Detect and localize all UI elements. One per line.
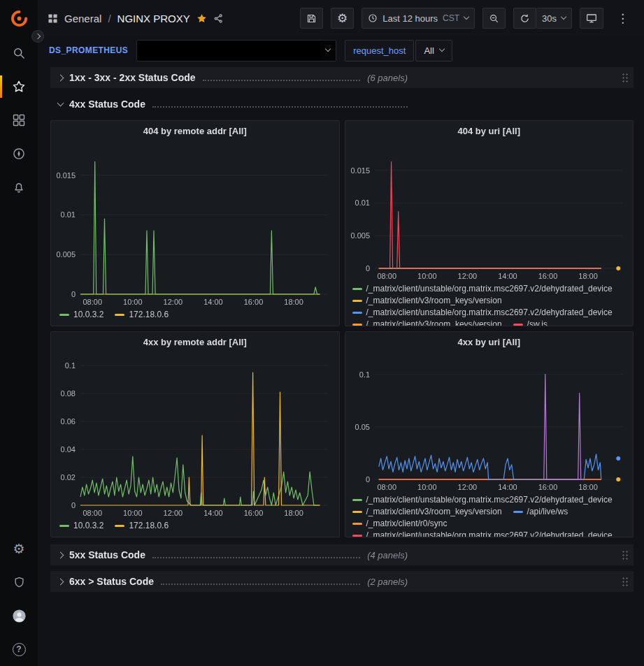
chevron-down-icon (464, 14, 469, 20)
sidebar-item-help[interactable]: ? (0, 632, 38, 666)
legend-item[interactable]: 10.0.3.2 (59, 521, 103, 531)
svg-text:16:00: 16:00 (244, 298, 264, 306)
dotted-leader (152, 106, 408, 108)
legend-item[interactable]: /_matrix/client/v3/room_keys/version (352, 507, 502, 517)
legend-item[interactable]: /_matrix/client/unstable/org.matrix.msc2… (352, 530, 613, 537)
legend-label: /api/live/ws (527, 507, 568, 517)
gear-icon: ⚙ (13, 542, 24, 556)
panels-grid: 404 by remote addr [All] 00.0050.010.015… (50, 120, 634, 537)
panel-title[interactable]: 4xx by remote addr [All] (51, 332, 339, 352)
dashboard-canvas: 1xx - 3xx - 2xx Status Code (6 panels) 4… (38, 64, 644, 666)
legend-color-swatch (115, 314, 124, 316)
panel-title[interactable]: 404 by remote addr [All] (51, 121, 339, 140)
grafana-logo[interactable] (0, 0, 38, 36)
row-title[interactable]: 6xx > Status Code (69, 576, 154, 587)
row-drag-handle[interactable] (622, 73, 628, 82)
legend-item[interactable]: /_matrix/client/unstable/org.matrix.msc2… (352, 495, 613, 505)
svg-text:10:00: 10:00 (417, 483, 437, 491)
legend-label: /_matrix/client/unstable/org.matrix.msc2… (366, 307, 613, 318)
time-range-picker[interactable]: Last 12 hours CST (362, 8, 475, 29)
timezone-label: CST (443, 13, 459, 23)
zoom-out-icon (489, 13, 499, 24)
panel-legend: 10.0.3.2 172.18.0.6 (51, 519, 339, 537)
legend-color-swatch (352, 535, 362, 537)
datasource-variable-label[interactable]: DS_PROMETHEUS (49, 45, 128, 55)
legend-item[interactable]: 10.0.3.2 (59, 310, 103, 320)
kebab-icon: ⋮ (617, 13, 629, 24)
share-icon[interactable] (213, 13, 224, 24)
row-title[interactable]: 5xx Status Code (69, 549, 145, 560)
svg-text:14:00: 14:00 (203, 298, 223, 306)
row-5xx[interactable]: 5xx Status Code (4 panels) (50, 544, 634, 565)
row-drag-handle[interactable] (622, 550, 628, 560)
dotted-leader (161, 584, 360, 585)
legend-item[interactable]: /_matrix/client/v3/room_keys/version (352, 319, 502, 326)
sidebar-item-starred[interactable] (0, 70, 38, 103)
svg-text:14:00: 14:00 (498, 272, 517, 280)
zoom-out-button[interactable] (482, 8, 506, 29)
sidebar-item-dashboards[interactable] (0, 103, 38, 137)
row-6xx[interactable]: 6xx > Status Code (2 panels) (50, 571, 634, 592)
legend-item[interactable]: /sw.js (513, 319, 548, 326)
legend-item[interactable]: 172.18.0.6 (115, 310, 169, 320)
row-1xx-3xx-2xx[interactable]: 1xx - 3xx - 2xx Status Code (6 panels) (50, 67, 634, 88)
toolbar-actions: ⚙ Last 12 hours CST 30s (300, 8, 634, 29)
chevron-right-icon (35, 34, 41, 39)
time-series-chart[interactable]: 00.0050.010.01508:0010:0012:0014:0016:00… (345, 140, 634, 282)
datasource-select[interactable] (136, 40, 336, 61)
sidebar-item-server-admin[interactable] (0, 565, 38, 599)
refresh-interval-dropdown[interactable]: 30s (536, 8, 572, 29)
legend-item[interactable]: /_matrix/client/unstable/org.matrix.msc2… (352, 284, 613, 294)
legend-label: /_matrix/client/unstable/org.matrix.msc2… (366, 495, 613, 505)
svg-text:0.08: 0.08 (61, 389, 76, 398)
tv-mode-button[interactable] (580, 8, 603, 29)
legend-color-swatch (59, 314, 69, 316)
sidebar-item-search[interactable] (0, 36, 38, 70)
time-series-chart[interactable]: 00.020.040.060.080.108:0010:0012:0014:00… (51, 352, 339, 519)
legend-item[interactable]: /api/live/ws (513, 507, 568, 517)
chevron-right-icon (55, 75, 66, 80)
sidebar-item-explore[interactable] (0, 137, 38, 171)
gear-icon: ⚙ (337, 13, 348, 24)
sidebar-item-profile[interactable] (0, 599, 38, 632)
refresh-button-group: 30s (513, 8, 572, 29)
breadcrumb-dashboard-title[interactable]: NGINX PROXY (117, 13, 190, 24)
svg-text:12:00: 12:00 (164, 298, 183, 306)
sidebar-item-configuration[interactable]: ⚙ (0, 532, 38, 565)
more-options-kebab[interactable]: ⋮ (611, 8, 634, 29)
help-icon: ? (13, 643, 26, 656)
time-series-chart[interactable]: 00.0050.010.01508:0010:0012:0014:0016:00… (51, 140, 339, 308)
panel-title[interactable]: 404 by uri [All] (345, 121, 634, 140)
request-host-label[interactable]: request_host (345, 40, 414, 61)
bell-icon (12, 180, 26, 194)
svg-text:10:00: 10:00 (417, 272, 437, 280)
svg-text:0.005: 0.005 (56, 250, 76, 259)
panel-title[interactable]: 4xx by uri [All] (345, 332, 634, 352)
breadcrumb-folder[interactable]: General (64, 13, 101, 24)
time-series-chart[interactable]: 00.050.108:0010:0012:0014:0016:0018:00 (345, 352, 634, 493)
request-host-value: All (424, 45, 434, 56)
refresh-button[interactable] (513, 8, 536, 29)
legend-item[interactable]: /_matrix/client/r0/sync (352, 519, 448, 529)
legend-item[interactable]: /_matrix/client/unstable/org.matrix.msc2… (352, 307, 613, 318)
panel-4xx-by-uri: 4xx by uri [All] 00.050.108:0010:0012:00… (345, 331, 634, 537)
svg-text:14:00: 14:00 (203, 509, 223, 517)
dashboard-settings-button[interactable]: ⚙ (331, 8, 354, 29)
row-4xx[interactable]: 4xx Status Code (50, 94, 634, 115)
refresh-icon (520, 13, 530, 24)
svg-text:0: 0 (365, 264, 369, 273)
sidebar-expand-toggle[interactable] (31, 30, 44, 43)
legend-item[interactable]: 172.18.0.6 (115, 521, 169, 531)
row-drag-handle[interactable] (622, 577, 628, 586)
row-title[interactable]: 4xx Status Code (69, 99, 145, 110)
favorite-star-icon[interactable] (196, 13, 207, 24)
monitor-icon (586, 13, 597, 24)
legend-item[interactable]: /_matrix/client/v3/room_keys/version (352, 296, 502, 306)
sidebar-item-alerting[interactable] (0, 171, 38, 204)
save-dashboard-button[interactable] (300, 8, 323, 29)
panel-legend: 10.0.3.2 172.18.0.6 (51, 308, 339, 326)
request-host-value-dropdown[interactable]: All (415, 40, 452, 61)
svg-text:0.005: 0.005 (350, 231, 370, 240)
row-title[interactable]: 1xx - 3xx - 2xx Status Code (69, 72, 196, 83)
svg-text:16:00: 16:00 (538, 483, 557, 491)
